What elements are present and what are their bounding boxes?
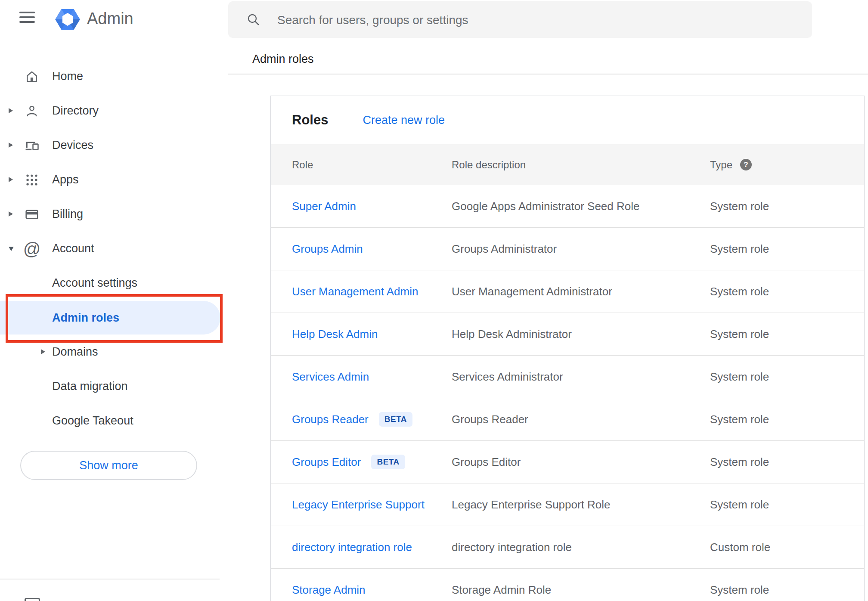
beta-badge: BETA xyxy=(379,412,412,427)
expand-arrow-icon[interactable] xyxy=(9,177,13,182)
roles-card: Roles Create new role Role Role descript… xyxy=(270,96,865,601)
role-description: Google Apps Administrator Seed Role xyxy=(452,200,710,213)
table-row: Groups Reader BETA Groups Reader System … xyxy=(271,398,864,440)
page-title: Roles xyxy=(292,112,328,128)
app-title: Admin xyxy=(87,9,133,28)
sidebar-item-label: Google Takeout xyxy=(52,403,133,438)
role-type: System role xyxy=(710,285,864,298)
expand-arrow-icon[interactable] xyxy=(9,143,13,148)
cut-off-nav-icon xyxy=(25,598,40,601)
table-row: Legacy Enterprise Support Legacy Enterpr… xyxy=(271,483,864,526)
role-description: Groups Administrator xyxy=(452,242,710,256)
sidebar-item-home[interactable]: Home xyxy=(0,59,222,93)
breadcrumb: Admin roles xyxy=(252,53,314,66)
role-type: System role xyxy=(710,498,864,511)
role-description: Services Administrator xyxy=(452,370,710,384)
role-description: Storage Admin Role xyxy=(452,583,710,597)
role-link[interactable]: Services Admin xyxy=(292,370,369,384)
role-link[interactable]: Groups Editor xyxy=(292,455,361,469)
table-body: Super Admin Google Apps Administrator Se… xyxy=(271,185,864,601)
role-type: System role xyxy=(710,328,864,341)
at-sign-icon: @ xyxy=(24,241,40,257)
role-type: System role xyxy=(710,370,864,384)
help-icon[interactable]: ? xyxy=(740,159,752,170)
table-row: User Management Admin User Management Ad… xyxy=(271,270,864,313)
table-row: Services Admin Services Administrator Sy… xyxy=(271,355,864,398)
search-icon xyxy=(246,12,261,29)
sidebar-section-divider xyxy=(0,579,220,579)
role-description: directory integration role xyxy=(452,541,710,554)
role-link[interactable]: Groups Admin xyxy=(292,242,363,256)
sidebar-item-account-settings[interactable]: Account settings xyxy=(0,266,222,300)
table-row: Groups Editor BETA Groups Editor System … xyxy=(271,440,864,483)
table-row: Help Desk Admin Help Desk Administrator … xyxy=(271,313,864,355)
sidebar-item-billing[interactable]: Billing xyxy=(0,197,222,231)
sidebar-item-account[interactable]: @ Account xyxy=(0,231,222,266)
expand-arrow-icon[interactable] xyxy=(9,108,13,113)
sidebar-item-label: Home xyxy=(52,59,83,93)
expand-arrow-icon[interactable] xyxy=(41,349,45,354)
show-more-label: Show more xyxy=(79,459,138,472)
role-type: System role xyxy=(710,455,864,469)
sidebar-item-devices[interactable]: Devices xyxy=(0,128,222,162)
role-link[interactable]: Groups Reader xyxy=(292,413,369,426)
role-link[interactable]: Legacy Enterprise Support xyxy=(292,498,425,511)
role-description: Help Desk Administrator xyxy=(452,328,710,341)
role-link[interactable]: directory integration role xyxy=(292,541,412,554)
role-description: Groups Reader xyxy=(452,413,710,426)
column-header-type: Type ? xyxy=(710,159,864,171)
role-type: System role xyxy=(710,242,864,256)
sidebar-item-admin-roles[interactable]: Admin roles xyxy=(0,301,220,335)
role-description: Legacy Enterprise Support Role xyxy=(452,498,710,511)
table-row: Super Admin Google Apps Administrator Se… xyxy=(271,185,864,227)
role-link[interactable]: Super Admin xyxy=(292,200,356,213)
search-bar[interactable] xyxy=(228,1,812,38)
header-divider xyxy=(228,74,868,74)
card-header: Roles Create new role xyxy=(271,96,864,144)
apps-grid-icon xyxy=(24,172,40,188)
beta-badge: BETA xyxy=(371,455,405,469)
admin-logo-icon xyxy=(55,6,81,32)
expand-arrow-icon[interactable] xyxy=(9,211,13,217)
home-icon xyxy=(24,68,40,85)
sidebar-item-label: Apps xyxy=(52,162,79,197)
column-header-role: Role xyxy=(292,159,452,171)
sidebar-item-label: Account settings xyxy=(52,266,137,300)
sidebar-item-label: Account xyxy=(52,231,94,266)
role-type: Custom role xyxy=(710,541,864,554)
collapse-arrow-icon[interactable] xyxy=(9,247,14,251)
sidebar-item-label: Directory xyxy=(52,93,99,128)
sidebar-item-data-migration[interactable]: Data migration xyxy=(0,369,222,403)
create-new-role-link[interactable]: Create new role xyxy=(363,114,445,127)
sidebar-item-google-takeout[interactable]: Google Takeout xyxy=(0,403,222,438)
search-input[interactable] xyxy=(276,1,773,39)
sidebar-item-label: Billing xyxy=(52,197,83,231)
table-row: directory integration role directory int… xyxy=(271,526,864,568)
sidebar-item-label: Domains xyxy=(52,335,98,369)
role-link[interactable]: User Management Admin xyxy=(292,285,418,298)
role-description: Groups Editor xyxy=(452,455,710,469)
role-description: User Management Administrator xyxy=(452,285,710,298)
column-header-description: Role description xyxy=(452,159,710,171)
sidebar-item-label: Admin roles xyxy=(52,301,119,335)
role-link[interactable]: Help Desk Admin xyxy=(292,328,378,341)
devices-icon xyxy=(24,137,40,154)
show-more-button[interactable]: Show more xyxy=(20,451,197,480)
table-row: Groups Admin Groups Administrator System… xyxy=(271,227,864,270)
sidebar-item-label: Data migration xyxy=(52,369,128,403)
sidebar-item-directory[interactable]: Directory xyxy=(0,93,222,128)
role-type: System role xyxy=(710,413,864,426)
sidebar-item-domains[interactable]: Domains xyxy=(0,335,222,369)
person-icon xyxy=(24,103,40,119)
sidebar-item-apps[interactable]: Apps xyxy=(0,162,222,197)
sidebar: Admin Home Directory xyxy=(0,0,228,601)
role-link[interactable]: Storage Admin xyxy=(292,583,366,597)
role-type: System role xyxy=(710,200,864,213)
billing-card-icon xyxy=(24,206,40,223)
table-row: Storage Admin Storage Admin Role System … xyxy=(271,568,864,601)
role-type: System role xyxy=(710,583,864,597)
sidebar-item-label: Devices xyxy=(52,128,93,162)
table-header-row: Role Role description Type ? xyxy=(271,144,864,185)
hamburger-menu-icon[interactable] xyxy=(19,12,35,24)
